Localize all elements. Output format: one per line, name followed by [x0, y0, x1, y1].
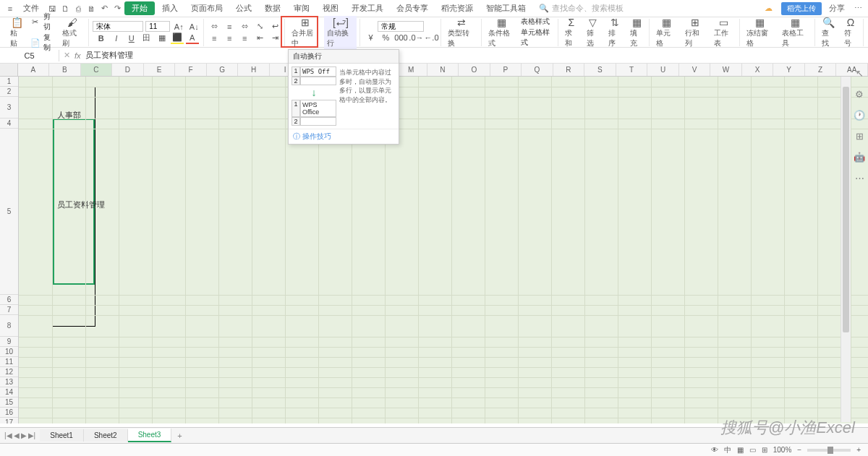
col-header[interactable]: N — [427, 64, 459, 76]
filter-button[interactable]: ▽筛选 — [584, 16, 603, 49]
sheet-button[interactable]: ▭工作表 — [711, 16, 737, 49]
zoom-out-button[interactable]: − — [797, 446, 801, 454]
font-color-button[interactable]: A — [186, 33, 199, 44]
inc-dec-icon[interactable]: .0→ — [409, 32, 422, 43]
row-header[interactable]: 17 — [0, 418, 18, 423]
clock-icon[interactable]: 🕐 — [854, 110, 865, 121]
tab-next-icon[interactable]: ▶ — [21, 431, 27, 439]
tool-icon[interactable]: ⚙ — [855, 89, 864, 100]
tab-first-icon[interactable]: |◀ — [4, 431, 12, 439]
comma-icon[interactable]: 000 — [394, 32, 407, 43]
indent-dec-icon[interactable]: ⇤ — [253, 33, 266, 44]
align-right-icon[interactable]: ≡ — [238, 33, 251, 44]
robot-icon[interactable]: 🤖 — [854, 152, 865, 163]
row-header[interactable]: 4 — [0, 119, 18, 129]
cells[interactable]: 人事部 员工资料管理 — [19, 77, 868, 423]
select-icon[interactable]: ↖ — [856, 68, 864, 79]
style-icon[interactable]: ⊞ — [856, 131, 864, 142]
menu-data[interactable]: 数据 — [259, 1, 286, 16]
dec-dec-icon[interactable]: ←.0 — [425, 32, 438, 43]
undo-icon[interactable]: ↶ — [98, 3, 110, 14]
merge-button[interactable]: ⊞合并居中 — [289, 16, 321, 49]
row-header[interactable]: 15 — [0, 397, 18, 408]
dec-font-icon[interactable]: A↓ — [187, 21, 200, 33]
more-icon[interactable]: ⋯ — [852, 3, 864, 14]
menu-layout[interactable]: 页面布局 — [185, 1, 229, 16]
row-header[interactable]: 10 — [0, 347, 18, 357]
fmtpaint-button[interactable]: 🖌格式刷 — [59, 16, 85, 49]
tablestyle-button[interactable]: 表格样式 — [521, 17, 550, 27]
copy-button[interactable]: 📄 — [30, 37, 42, 48]
rowcol-button[interactable]: ⊞行和列 — [682, 16, 708, 49]
col-header[interactable]: Q — [522, 64, 553, 76]
align-top-icon[interactable]: ⬄ — [208, 21, 221, 33]
col-header[interactable]: H — [238, 64, 270, 76]
col-header[interactable]: M — [396, 64, 427, 76]
zoom-slider[interactable] — [807, 449, 851, 452]
col-header[interactable]: Y — [773, 64, 805, 76]
row-header[interactable]: 8 — [0, 315, 18, 337]
orient-icon[interactable]: ⤡ — [253, 21, 266, 33]
row-header[interactable]: 5 — [0, 129, 18, 295]
saveas-icon[interactable]: 🗋 — [59, 3, 71, 14]
view-break-icon[interactable]: ⊞ — [762, 446, 767, 454]
font-select[interactable] — [93, 21, 143, 32]
underline-button[interactable]: U — [125, 33, 138, 44]
menu-dev[interactable]: 开发工具 — [346, 1, 389, 16]
row-header[interactable]: 1 — [0, 77, 18, 87]
row-header[interactable]: 9 — [0, 337, 18, 347]
menu-icon[interactable]: ≡ — [4, 3, 16, 14]
add-sheet-button[interactable]: + — [171, 431, 187, 440]
find-button[interactable]: 🔍查找 — [819, 16, 838, 49]
symbol-button[interactable]: Ω符号 — [841, 16, 860, 49]
size-select[interactable] — [145, 21, 170, 32]
cell-button[interactable]: ▦单元格 — [653, 16, 679, 49]
menu-ai[interactable]: 智能工具箱 — [480, 1, 532, 16]
col-header[interactable]: T — [616, 64, 648, 76]
menu-res[interactable]: 稻壳资源 — [435, 1, 479, 16]
cellstyle-button[interactable]: 单元格样式 — [521, 27, 555, 48]
inc-font-icon[interactable]: A↑ — [172, 21, 185, 33]
share-button[interactable]: 分享 — [829, 3, 845, 14]
row-header[interactable]: 13 — [0, 377, 18, 387]
menu-vip[interactable]: 会员专享 — [391, 1, 434, 16]
col-header[interactable]: D — [112, 64, 144, 76]
row-header[interactable]: 16 — [0, 408, 18, 418]
col-header[interactable]: X — [742, 64, 774, 76]
menu-view[interactable]: 视图 — [317, 1, 344, 16]
row-header[interactable]: 7 — [0, 305, 18, 315]
col-header[interactable]: C — [81, 64, 113, 76]
col-header[interactable]: B — [49, 64, 81, 76]
tooltip-link[interactable]: 操作技巧 — [302, 132, 331, 140]
row-header[interactable]: 3 — [0, 97, 18, 119]
search-box[interactable]: 🔍 查找命令、搜索模板 — [539, 3, 624, 14]
col-header[interactable]: O — [459, 64, 490, 76]
tab-sheet2[interactable]: Sheet2 — [84, 429, 128, 442]
wrap-icon[interactable]: ↩ — [268, 21, 281, 33]
select-all-corner[interactable] — [0, 64, 18, 76]
col-header[interactable]: U — [647, 64, 679, 76]
fill-color-button[interactable]: ⬛ — [171, 33, 184, 44]
row-header[interactable]: 14 — [0, 387, 18, 397]
strike-button[interactable]: 田 — [140, 33, 153, 44]
tab-last-icon[interactable]: ▶| — [28, 431, 36, 439]
col-header[interactable]: W — [710, 64, 742, 76]
col-header[interactable]: E — [144, 64, 176, 76]
tabletool-button[interactable]: ▦表格工具 — [779, 16, 812, 49]
align-left-icon[interactable]: ≡ — [208, 33, 221, 44]
align-mid-icon[interactable]: ≡ — [223, 21, 236, 33]
view-layout-icon[interactable]: ▭ — [749, 446, 756, 454]
row-header[interactable]: 2 — [0, 87, 18, 97]
col-header[interactable]: R — [553, 64, 585, 76]
ime-mode[interactable]: 中 — [724, 445, 731, 455]
col-header[interactable]: Z — [805, 64, 837, 76]
tab-prev-icon[interactable]: ◀ — [14, 431, 20, 439]
sum-button[interactable]: Σ求和 — [562, 16, 581, 49]
indent-inc-icon[interactable]: ⇥ — [268, 33, 281, 44]
row-header[interactable]: 12 — [0, 367, 18, 377]
col-header[interactable]: G — [207, 64, 239, 76]
tab-sheet1[interactable]: Sheet1 — [40, 429, 84, 442]
print-icon[interactable]: ⎙ — [72, 3, 84, 14]
freeze-button[interactable]: ▦冻结窗格 — [744, 16, 776, 49]
numfmt-select[interactable] — [378, 21, 424, 32]
